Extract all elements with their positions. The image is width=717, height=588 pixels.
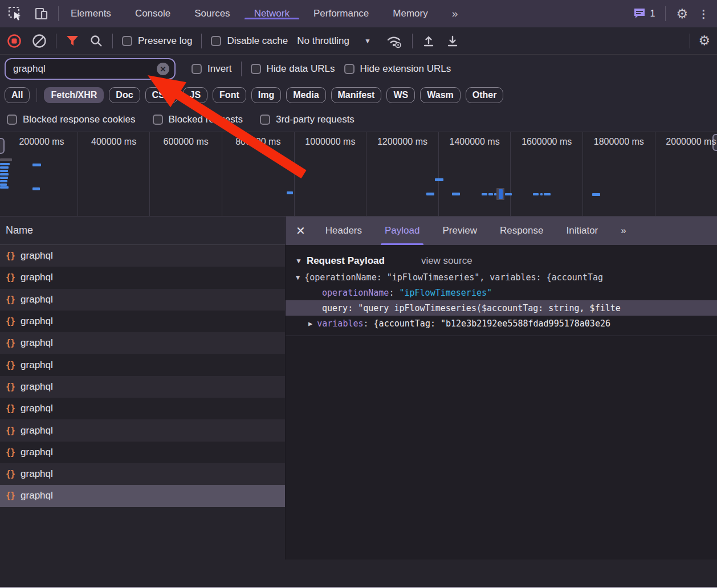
timeline-tick-label: 600000 ms (164, 137, 209, 147)
view-source-link[interactable]: view source (421, 255, 472, 267)
request-row[interactable]: {}graphql (0, 354, 285, 375)
request-name: graphql (21, 381, 53, 393)
request-row[interactable]: {}graphql (0, 289, 285, 311)
chip-doc[interactable]: Doc (109, 87, 140, 103)
json-braces-icon: {} (6, 382, 15, 392)
timeline-gridline (78, 132, 78, 216)
request-name: graphql (21, 272, 53, 283)
checkbox[interactable] (153, 115, 163, 125)
request-row[interactable]: {}graphql (0, 419, 285, 441)
divider (36, 88, 37, 102)
throttling-dropdown[interactable]: No throttling ▼ (297, 35, 371, 47)
chip-ws[interactable]: WS (386, 87, 415, 103)
issues-count[interactable]: 1 (650, 9, 655, 19)
request-row[interactable]: {}graphql (0, 311, 285, 332)
request-row[interactable]: {}graphql (0, 463, 285, 485)
tab-console[interactable]: Console (123, 8, 182, 19)
request-row[interactable]: {}graphql (0, 485, 285, 507)
tab-memory[interactable]: Memory (381, 8, 439, 19)
tab-payload[interactable]: Payload (375, 217, 429, 245)
checkbox[interactable] (122, 36, 132, 46)
issues-message-icon[interactable] (633, 7, 646, 21)
payload-value: {accountTag: "b12e3b2192ee5588fdad995178… (374, 318, 610, 329)
invert-checkbox[interactable]: Invert (192, 63, 232, 75)
checkbox[interactable] (260, 115, 270, 125)
filter-icon[interactable] (66, 34, 79, 48)
payload-line[interactable]: operationName: "ipFlowTimeseries" (286, 285, 717, 300)
chip-media[interactable]: Media (286, 87, 325, 103)
filter-input[interactable] (13, 63, 157, 75)
tab-network[interactable]: Network (242, 8, 302, 19)
tab-headers[interactable]: Headers (316, 217, 372, 245)
checkbox[interactable] (7, 115, 17, 125)
import-har-icon[interactable] (422, 34, 435, 48)
close-details-icon[interactable]: ✕ (294, 224, 312, 238)
payload-preview-line[interactable]: ▼ {operationName: "ipFlowTimeseries", va… (286, 270, 717, 285)
payload-line[interactable]: ▶variables: {accountTag: "b12e3b2192ee55… (286, 316, 717, 331)
network-overview-timeline[interactable]: 200000 ms400000 ms600000 ms800000 ms1000… (0, 132, 717, 217)
tab-preview[interactable]: Preview (433, 217, 486, 245)
settings-gear-icon[interactable]: ⚙ (676, 6, 688, 22)
checkbox[interactable] (211, 36, 221, 46)
request-row[interactable]: {}graphql (0, 332, 285, 354)
more-tabs-button[interactable]: » (440, 0, 469, 27)
name-column-header[interactable]: Name (0, 217, 285, 245)
tab-elements[interactable]: Elements (59, 8, 123, 19)
clear-network-log-button[interactable] (32, 34, 47, 48)
tab-performance[interactable]: Performance (302, 8, 381, 19)
chip-other[interactable]: Other (466, 87, 504, 103)
third-party-requests-checkbox[interactable]: 3rd-party requests (260, 114, 355, 125)
device-toolbar-icon[interactable] (34, 6, 49, 21)
request-row[interactable]: {}graphql (0, 376, 285, 398)
export-har-icon[interactable] (446, 34, 459, 48)
tab-sources[interactable]: Sources (182, 8, 242, 19)
timeline-request-bar (452, 193, 460, 195)
request-row[interactable]: {}graphql (0, 398, 285, 419)
request-row[interactable]: {}graphql (0, 267, 285, 288)
filter-input-wrap[interactable]: ✕ (6, 59, 174, 79)
collapse-triangle-icon[interactable]: ▼ (296, 273, 300, 281)
disable-cache-checkbox[interactable]: Disable cache (211, 35, 288, 47)
divider (56, 34, 56, 48)
chevron-down-icon: ▼ (364, 37, 371, 45)
blocked-response-cookies-checkbox[interactable]: Blocked response cookies (7, 114, 136, 125)
blocked-requests-checkbox[interactable]: Blocked requests (153, 114, 243, 125)
clear-filter-icon[interactable]: ✕ (157, 63, 169, 75)
record-network-log-button[interactable] (7, 34, 22, 48)
request-row[interactable]: {}graphql (0, 442, 285, 463)
network-settings-gear-icon[interactable]: ⚙ (698, 33, 710, 48)
request-row[interactable]: {}graphql (0, 245, 285, 267)
chip-font[interactable]: Font (213, 87, 246, 103)
timeline-request-bar (482, 193, 487, 195)
search-icon[interactable] (89, 34, 103, 48)
expand-triangle-icon[interactable]: ▶ (308, 320, 312, 328)
timeline-gridline (510, 132, 511, 216)
overview-left-handle[interactable] (0, 138, 5, 154)
timeline-gridline (222, 132, 222, 216)
network-conditions-icon[interactable] (386, 34, 403, 48)
json-braces-icon: {} (6, 469, 15, 479)
kebab-menu-icon[interactable]: ⋮ (698, 7, 709, 21)
checkbox[interactable] (251, 64, 261, 74)
chip-manifest[interactable]: Manifest (331, 87, 382, 103)
timeline-request-bar (0, 166, 9, 169)
collapse-triangle-icon[interactable]: ▼ (295, 257, 302, 265)
chip-wasm[interactable]: Wasm (420, 87, 461, 103)
hide-data-urls-checkbox[interactable]: Hide data URLs (251, 63, 335, 75)
checkbox[interactable] (192, 64, 202, 74)
chip-all[interactable]: All (5, 87, 30, 103)
chip-js[interactable]: JS (183, 87, 208, 103)
chip-fetch-xhr[interactable]: Fetch/XHR (44, 87, 104, 103)
tab-initiator[interactable]: Initiator (557, 217, 608, 245)
chip-css[interactable]: CSS (145, 87, 178, 103)
preserve-log-checkbox[interactable]: Preserve log (122, 35, 192, 47)
hide-extension-urls-checkbox[interactable]: Hide extension URLs (344, 63, 451, 75)
chip-img[interactable]: Img (251, 87, 281, 103)
timeline-request-bar (0, 186, 9, 189)
more-detail-tabs-button[interactable]: » (611, 217, 634, 245)
checkbox[interactable] (344, 64, 355, 74)
inspect-element-icon[interactable] (8, 6, 23, 21)
payload-line[interactable]: query: "query ipFlowTimeseries($accountT… (286, 300, 717, 316)
tab-response[interactable]: Response (490, 217, 553, 245)
hide-extension-urls-label: Hide extension URLs (360, 63, 451, 75)
